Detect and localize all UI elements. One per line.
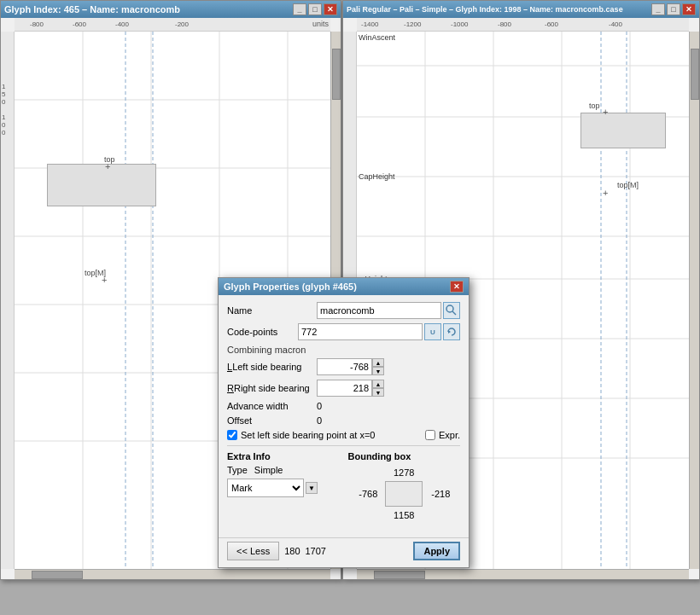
glyph-rect-1	[47, 164, 156, 206]
lsb-spin-down[interactable]: ▼	[372, 367, 384, 375]
scroll-thumb-v-1[interactable]	[332, 49, 341, 100]
minimize-btn-2[interactable]: _	[651, 3, 665, 15]
ruler-tick: -400	[115, 20, 129, 28]
combining-label: Combining macron	[227, 345, 460, 355]
title-text-2: Pali Regular – Pali – Simple – Glyph Ind…	[347, 5, 623, 14]
scroll-thumb-v-2[interactable]	[691, 49, 699, 100]
dialog-title-text: Glyph Properties (glyph #465)	[224, 281, 357, 292]
scroll-thumb-h-1[interactable]	[32, 571, 83, 579]
bb-top: 1278	[394, 467, 414, 478]
lsb-spinner-btns: ▲ ▼	[372, 358, 384, 375]
lsb-checkbox[interactable]	[227, 430, 237, 440]
name-action-btn[interactable]	[443, 302, 460, 319]
svg-point-26	[446, 305, 453, 312]
crosshair-top-2: +	[603, 107, 608, 117]
rsb-spin-down[interactable]: ▼	[372, 388, 384, 397]
bb-bottom: 1158	[394, 510, 414, 520]
close-btn-2[interactable]: ✕	[682, 3, 696, 15]
advance-label: Advance width	[227, 401, 317, 411]
lsb-spin-up[interactable]: ▲	[372, 358, 384, 367]
footer-left: << Less 180 1707	[227, 542, 326, 560]
offset-label: Offset	[227, 415, 317, 426]
ruler-tick: -600	[73, 20, 86, 28]
ruler-tick: -200	[175, 20, 189, 28]
search-icon	[446, 305, 458, 316]
title-text-1: Glyph Index: 465 – Name: macroncomb	[4, 4, 180, 15]
ruler-h-2: -1400 -1200 -1000 -800 -600 -400	[357, 18, 689, 32]
footer-val2: 1707	[306, 546, 326, 556]
less-button[interactable]: << Less	[227, 542, 279, 560]
type-col-label: Type	[227, 465, 248, 475]
dialog-footer: << Less 180 1707 Apply	[219, 537, 469, 567]
glyph-properties-dialog: Glyph Properties (glyph #465) ✕ Name Cod…	[218, 277, 470, 568]
rsb-row: RRight side bearing ▲ ▼	[227, 380, 460, 397]
bb-grid: 1278 -768 -218 1158	[351, 464, 457, 524]
unicode-icon-btn[interactable]: U	[424, 323, 441, 340]
ruler-tick: -400	[609, 20, 622, 28]
type-select-row: Mark Base Ligature Component ▼	[227, 479, 340, 497]
dialog-close-btn[interactable]: ✕	[450, 281, 464, 293]
bounding-box-label: Bounding box	[348, 451, 411, 461]
lsb-input[interactable]	[317, 358, 372, 375]
refresh-icon	[446, 327, 457, 337]
offset-value: 0	[317, 415, 322, 426]
codepoints-row: Code-points U	[227, 323, 460, 340]
offset-row: Offset 0	[227, 415, 460, 426]
advance-value: 0	[317, 401, 322, 411]
scrollbar-h-1[interactable]	[15, 569, 330, 579]
dialog-title-bar: Glyph Properties (glyph #465) ✕	[219, 278, 469, 295]
name-row: Name	[227, 302, 460, 319]
extra-info-section: Extra Info Type Simple Mark Base Ligatur…	[227, 451, 340, 524]
ruler-tick: -1400	[361, 20, 378, 28]
maximize-btn-1[interactable]: □	[308, 3, 322, 15]
codepoints-action-btn[interactable]	[443, 323, 460, 340]
svg-line-27	[452, 311, 456, 315]
glyph-rect-2	[580, 113, 666, 148]
rsb-spin-up[interactable]: ▲	[372, 380, 384, 388]
bb-left: -768	[359, 489, 377, 499]
svg-marker-28	[448, 330, 451, 334]
close-btn-1[interactable]: ✕	[324, 3, 337, 15]
codepoints-label: Code-points	[227, 327, 298, 337]
ruler-v-tick: 150100	[2, 83, 5, 136]
ruler-tick: -600	[545, 20, 558, 28]
codepoints-input[interactable]	[298, 323, 423, 340]
scrollbar-h-2[interactable]	[357, 569, 689, 579]
name-input-group	[317, 302, 460, 319]
window-buttons-2: _ □ ✕	[651, 3, 696, 15]
title-bar-1: Glyph Index: 465 – Name: macroncomb _ □ …	[1, 1, 341, 18]
dropdown-arrow-icon[interactable]: ▼	[306, 482, 318, 494]
advance-row: Advance width 0	[227, 401, 460, 411]
rsb-input[interactable]	[317, 380, 372, 397]
name-input[interactable]	[317, 302, 441, 319]
win-ascent-label: WinAscent	[359, 33, 395, 42]
units-label: units	[312, 20, 329, 28]
extra-info-label: Extra Info	[227, 451, 340, 461]
type-select[interactable]: Mark Base Ligature Component	[227, 479, 304, 497]
type-simple-row: Type Simple	[227, 465, 340, 475]
window-buttons-1: _ □ ✕	[293, 3, 337, 15]
bb-box	[385, 481, 423, 507]
expr-label: Expr.	[439, 430, 460, 440]
lsb-label: LLeft side bearing	[227, 362, 317, 372]
ruler-tick: -800	[498, 20, 511, 28]
bounding-box-section: Bounding box 1278 -768 -218 1158	[348, 451, 461, 524]
minimize-btn-1[interactable]: _	[293, 3, 306, 15]
checkbox-label: Set left side bearing point at x=0	[241, 430, 375, 440]
ruler-tick: -800	[30, 20, 44, 28]
separator	[227, 445, 460, 446]
scrollbar-v-2[interactable]	[689, 32, 699, 569]
crosshair-top-1: +	[105, 161, 110, 171]
bottom-section: Extra Info Type Simple Mark Base Ligatur…	[227, 451, 460, 524]
maximize-btn-2[interactable]: □	[667, 3, 680, 15]
simple-col-label: Simple	[254, 465, 283, 475]
lsb-spinner: ▲ ▼	[317, 358, 384, 375]
ruler-tick: -1200	[404, 20, 421, 28]
ruler-v-1: 150100	[1, 32, 15, 569]
crosshair-topm-1: +	[102, 275, 107, 285]
expr-checkbox[interactable]	[425, 430, 435, 440]
apply-button[interactable]: Apply	[413, 542, 460, 560]
lsb-row: LLeft side bearing ▲ ▼	[227, 358, 460, 375]
scroll-thumb-h-2[interactable]	[374, 571, 425, 579]
footer-val1: 180	[284, 546, 300, 556]
